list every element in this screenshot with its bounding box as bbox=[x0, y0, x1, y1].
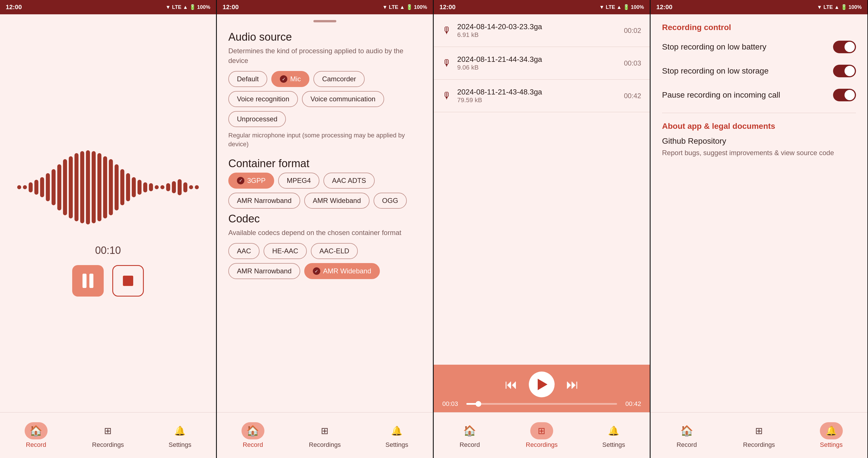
grid-icon-2: ⊞ bbox=[321, 425, 329, 436]
bottom-nav-2: 🏠 Record ⊞ Recordings 🔔 Settings bbox=[217, 412, 433, 458]
waveform-bar bbox=[46, 173, 50, 201]
player-play-button[interactable] bbox=[529, 371, 555, 397]
nav-record-3[interactable]: 🏠 Record bbox=[434, 413, 506, 458]
waveform-bar bbox=[189, 185, 193, 189]
nav-record-2[interactable]: 🏠 Record bbox=[217, 413, 289, 458]
rec-size-0: 6.91 kB bbox=[457, 31, 618, 39]
chip-amr-narrowband-codec[interactable]: AMR Narrowband bbox=[228, 263, 300, 279]
nav-recordings-label-1: Recordings bbox=[92, 441, 124, 449]
setting-row-1: Stop recording on low storage bbox=[662, 65, 856, 77]
status-time-4: 12:00 bbox=[656, 3, 672, 11]
chip-voice-communication[interactable]: Voice communication bbox=[302, 91, 384, 107]
nav-record-1[interactable]: 🏠 Record bbox=[0, 413, 72, 458]
github-title: Github Repository bbox=[662, 136, 856, 146]
waveform-bar bbox=[149, 183, 153, 191]
grid-icon-1: ⊞ bbox=[104, 425, 112, 436]
chip-ogg[interactable]: OGG bbox=[374, 193, 407, 209]
chip-aac-adts[interactable]: AAC ADTS bbox=[323, 173, 375, 189]
player-prev-button[interactable]: ⏮ bbox=[505, 377, 517, 392]
player-next-button[interactable]: ⏭ bbox=[566, 377, 579, 392]
waveform-bar bbox=[172, 181, 176, 193]
home-icon-1: 🏠 bbox=[30, 425, 42, 437]
home-icon-3: 🏠 bbox=[463, 425, 476, 437]
recording-item-2[interactable]: 🎙 2024-08-11-21-43-48.3ga 79.59 kB 00:42 bbox=[434, 79, 650, 112]
setting-label-0: Stop recording on low battery bbox=[662, 42, 827, 52]
codec-title: Codec bbox=[228, 213, 422, 225]
nav-record-icon-wrap-1: 🏠 bbox=[25, 422, 48, 439]
chip-he-aac[interactable]: HE-AAC bbox=[264, 243, 307, 259]
recording-item-0[interactable]: 🎙 2024-08-14-20-03-23.3ga 6.91 kB 00:02 bbox=[434, 14, 650, 47]
nav-recordings-2[interactable]: ⊞ Recordings bbox=[289, 413, 361, 458]
chip-default[interactable]: Default bbox=[228, 71, 267, 87]
nav-record-label-2: Record bbox=[243, 441, 263, 449]
bottom-nav-4: 🏠 Record ⊞ Recordings 🔔 Settings bbox=[651, 412, 867, 458]
rec-info-0: 2024-08-14-20-03-23.3ga 6.91 kB bbox=[457, 22, 618, 39]
recording-item-1[interactable]: 🎙 2024-08-11-21-44-34.3ga 9.06 kB 00:03 bbox=[434, 47, 650, 79]
waveform-bar bbox=[132, 177, 136, 197]
audio-source-row1: Default ✓ Mic Camcorder bbox=[228, 71, 422, 87]
chip-amr-narrowband-cf[interactable]: AMR Narrowband bbox=[228, 193, 300, 209]
play-triangle-icon bbox=[538, 379, 548, 390]
nav-recordings-icon-wrap-4: ⊞ bbox=[747, 422, 770, 439]
toggle-knob-1 bbox=[844, 66, 855, 76]
chip-amr-wideband-cf[interactable]: AMR Wideband bbox=[304, 193, 370, 209]
mic-icon-2: 🎙 bbox=[442, 91, 452, 101]
chip-3gpp[interactable]: ✓ 3GPP bbox=[228, 173, 274, 189]
audio-source-title: Audio source bbox=[228, 31, 422, 43]
mic-icon-0: 🎙 bbox=[442, 25, 452, 36]
status-icons-3: ▼ LTE ▲ 🔋 100% bbox=[599, 4, 644, 10]
waveform-bar bbox=[183, 182, 187, 192]
stop-button[interactable] bbox=[112, 265, 144, 297]
codec-desc: Available codecs depend on the chosen co… bbox=[228, 228, 422, 238]
nav-settings-1[interactable]: 🔔 Settings bbox=[144, 413, 216, 458]
nav-settings-3[interactable]: 🔔 Settings bbox=[578, 413, 650, 458]
recording-control-title: Recording control bbox=[662, 23, 856, 32]
progress-bar-track[interactable] bbox=[466, 403, 617, 405]
about-item-github[interactable]: Github Repository Report bugs, suggest i… bbox=[662, 136, 856, 158]
waveform-bar bbox=[34, 180, 38, 195]
waveform-bar bbox=[166, 183, 170, 191]
recording-list: 🎙 2024-08-14-20-03-23.3ga 6.91 kB 00:02 … bbox=[434, 14, 650, 365]
record-controls bbox=[72, 265, 144, 297]
nav-recordings-icon-wrap-1: ⊞ bbox=[97, 422, 120, 439]
rec-info-1: 2024-08-11-21-44-34.3ga 9.06 kB bbox=[457, 55, 618, 71]
toggle-low-battery[interactable] bbox=[833, 41, 856, 53]
chip-mic[interactable]: ✓ Mic bbox=[271, 71, 309, 87]
waveform-bar bbox=[92, 151, 96, 223]
chip-amr-wideband-check: ✓ bbox=[313, 267, 320, 275]
chip-aac-eld[interactable]: AAC-ELD bbox=[311, 243, 358, 259]
chip-amr-wideband-codec[interactable]: ✓ AMR Wideband bbox=[304, 263, 380, 279]
nav-record-4[interactable]: 🏠 Record bbox=[651, 413, 723, 458]
nav-recordings-1[interactable]: ⊞ Recordings bbox=[72, 413, 144, 458]
status-bar-3: 12:00 ▼ LTE ▲ 🔋 100% bbox=[434, 0, 650, 14]
player-bar: ⏮ ⏭ 00:03 00:42 bbox=[434, 365, 650, 412]
bell-icon-4: 🔔 bbox=[826, 425, 837, 436]
nav-recordings-3[interactable]: ⊞ Recordings bbox=[506, 413, 578, 458]
pause-button[interactable] bbox=[72, 265, 104, 297]
record-timer: 00:10 bbox=[95, 244, 121, 257]
chip-voice-recognition[interactable]: Voice recognition bbox=[228, 91, 298, 107]
toggle-incoming-call[interactable] bbox=[833, 89, 856, 101]
waveform-bar bbox=[126, 173, 130, 201]
chip-unprocessed[interactable]: Unprocessed bbox=[228, 111, 286, 127]
nav-settings-label-2: Settings bbox=[385, 441, 408, 449]
toggle-low-storage[interactable] bbox=[833, 65, 856, 77]
nav-recordings-4[interactable]: ⊞ Recordings bbox=[723, 413, 795, 458]
codec-row2: AMR Narrowband ✓ AMR Wideband bbox=[228, 263, 422, 279]
chip-mpeg4[interactable]: MPEG4 bbox=[278, 173, 319, 189]
status-bar-2: 12:00 ▼ LTE ▲ 🔋 100% bbox=[217, 0, 433, 14]
chip-camcorder[interactable]: Camcorder bbox=[313, 71, 365, 87]
nav-settings-2[interactable]: 🔔 Settings bbox=[361, 413, 433, 458]
nav-settings-4[interactable]: 🔔 Settings bbox=[795, 413, 867, 458]
status-icons-1: ▼ LTE ▲ 🔋 100% bbox=[165, 4, 210, 10]
home-icon-2: 🏠 bbox=[246, 425, 259, 437]
grid-icon-3: ⊞ bbox=[538, 425, 546, 436]
setting-label-2: Pause recording on incoming call bbox=[662, 91, 827, 100]
stop-icon bbox=[123, 276, 133, 286]
waveform-bar bbox=[29, 182, 33, 192]
waveform-area bbox=[6, 130, 210, 244]
chip-aac[interactable]: AAC bbox=[228, 243, 259, 259]
bottom-nav-1: 🏠 Record ⊞ Recordings 🔔 Settings bbox=[0, 412, 216, 458]
bell-icon-3: 🔔 bbox=[608, 425, 619, 436]
status-icons-4: ▼ LTE ▲ 🔋 100% bbox=[817, 4, 862, 10]
